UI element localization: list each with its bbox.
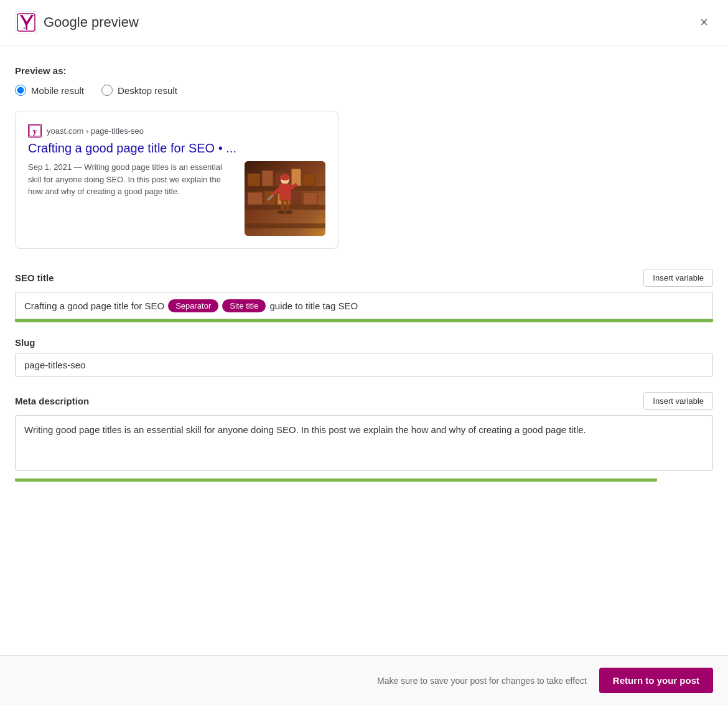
radio-mobile-input[interactable] xyxy=(15,85,26,96)
seo-title-progress-bar xyxy=(15,319,713,322)
modal-title: Google preview xyxy=(44,14,139,30)
radio-desktop[interactable]: Desktop result xyxy=(101,85,177,96)
svg-rect-8 xyxy=(245,205,325,210)
svg-text:y: y xyxy=(33,126,37,136)
yoast-favicon-icon: y xyxy=(28,124,42,138)
meta-description-insert-variable-button[interactable]: Insert variable xyxy=(643,392,713,410)
google-preview-card: y yoast.com › page-titles-seo Crafting a… xyxy=(15,111,338,249)
seo-title-label: SEO title xyxy=(15,273,54,283)
modal-header: y Google preview × xyxy=(0,0,728,45)
svg-point-21 xyxy=(280,174,290,180)
slug-input[interactable] xyxy=(15,353,713,377)
google-description: Sep 1, 2021 — Writing good page titles i… xyxy=(28,161,235,236)
separator-tag[interactable]: Separator xyxy=(168,299,218,312)
seo-title-insert-variable-button[interactable]: Insert variable xyxy=(643,269,713,287)
slug-section: Slug xyxy=(15,337,713,377)
svg-rect-11 xyxy=(262,170,273,186)
yoast-logo-icon: y xyxy=(15,11,37,34)
meta-description-label: Meta description xyxy=(15,396,89,406)
slug-header-row: Slug xyxy=(15,337,713,348)
google-url-bar: y yoast.com › page-titles-seo xyxy=(28,124,325,138)
meta-description-section: Meta description Insert variable Writing… xyxy=(15,392,713,474)
svg-line-27 xyxy=(287,201,288,211)
svg-rect-9 xyxy=(245,223,325,228)
radio-mobile[interactable]: Mobile result xyxy=(15,85,84,96)
google-date: Sep 1, 2021 xyxy=(28,162,72,172)
google-domain: yoast.com xyxy=(47,126,83,136)
svg-point-29 xyxy=(285,210,292,214)
google-url: yoast.com › page-titles-seo xyxy=(47,126,144,136)
meta-description-header-row: Meta description Insert variable xyxy=(15,392,713,410)
svg-point-28 xyxy=(278,210,285,214)
svg-rect-14 xyxy=(303,174,315,186)
close-button[interactable]: × xyxy=(695,13,713,32)
radio-group: Mobile result Desktop result xyxy=(15,85,713,96)
site-title-tag[interactable]: Site title xyxy=(222,299,266,312)
svg-text:y: y xyxy=(24,16,29,29)
meta-description-textarea[interactable]: Writing good page titles is an essential… xyxy=(15,415,713,471)
modal-footer: Make sure to save your post for changes … xyxy=(0,655,728,705)
google-result-title[interactable]: Crafting a good page title for SEO • ... xyxy=(28,140,325,156)
svg-line-26 xyxy=(282,201,283,211)
header-left: y Google preview xyxy=(15,11,139,34)
slug-label: Slug xyxy=(15,337,35,348)
svg-rect-22 xyxy=(279,184,291,201)
seo-title-field[interactable]: Crafting a good page title for SEO Separ… xyxy=(15,292,713,319)
preview-as-label: Preview as: xyxy=(15,65,713,76)
svg-rect-10 xyxy=(248,174,260,186)
footer-hint: Make sure to save your post for changes … xyxy=(377,676,587,686)
svg-rect-18 xyxy=(292,190,302,205)
google-description-row: Sep 1, 2021 — Writing good page titles i… xyxy=(28,161,325,236)
seo-title-text-after: guide to title tag SEO xyxy=(269,301,358,311)
svg-rect-15 xyxy=(248,192,263,205)
svg-rect-19 xyxy=(304,192,317,205)
seo-title-text-before: Crafting a good page title for SEO xyxy=(24,301,164,311)
modal-body: Preview as: Mobile result Desktop result… xyxy=(0,45,728,544)
google-thumbnail xyxy=(245,161,325,236)
return-to-post-button[interactable]: Return to your post xyxy=(599,668,713,693)
radio-desktop-label: Desktop result xyxy=(118,85,177,96)
radio-desktop-input[interactable] xyxy=(101,85,113,96)
meta-description-progress-bar xyxy=(15,479,657,482)
seo-title-header-row: SEO title Insert variable xyxy=(15,269,713,287)
radio-mobile-label: Mobile result xyxy=(31,85,84,96)
google-url-path: › page-titles-seo xyxy=(86,126,144,136)
